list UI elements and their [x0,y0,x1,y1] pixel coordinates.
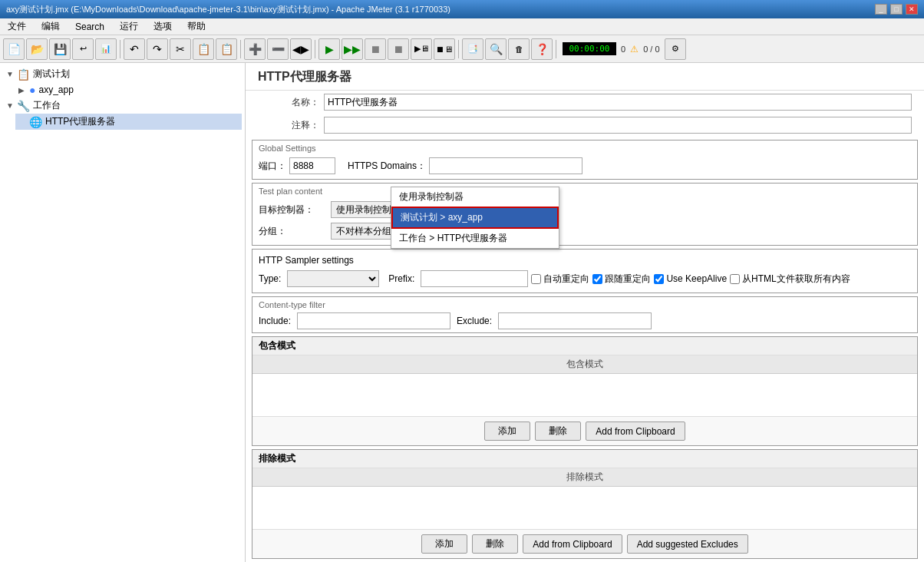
exclude-clipboard-button[interactable]: Add from Clipboard [523,534,622,554]
follow-redirect-checkbox[interactable] [592,274,602,284]
checkbox-keepalive: Use KeepAlive [654,273,727,284]
tb-remote-start-button[interactable]: ▶🖥 [411,38,432,60]
tpc-title: Test plan content [259,187,911,196]
sidebar-item-axy-app[interactable]: ▶ ● axy_app [15,82,242,98]
dropdown-item-2[interactable]: 工作台 > HTTP代理服务器 [391,229,559,248]
sidebar-item-test-plan[interactable]: ▼ 📋 测试计划 [3,66,242,82]
comment-input[interactable] [324,117,912,134]
https-domains-input[interactable] [429,157,582,174]
include-table-header: 包含模式 [252,355,917,374]
window-controls: _ □ ✕ [875,4,918,15]
http-sampler-label: HTTP Sampler settings [259,255,354,266]
exclude-label: Exclude: [457,316,492,326]
exclude-patterns-title: 排除模式 [252,450,917,468]
tb-remove-button[interactable]: ➖ [267,38,289,60]
close-button[interactable]: ✕ [906,4,918,15]
tree-expand-workbench-icon: ▼ [6,101,17,110]
maximize-button[interactable]: □ [890,4,903,15]
include-input[interactable] [297,312,450,329]
html-embed-checkbox[interactable] [730,274,740,284]
include-delete-button[interactable]: 删除 [535,422,581,441]
menu-run[interactable]: 运行 [115,18,143,35]
exclude-table-header: 排除模式 [252,468,917,487]
exclude-delete-button[interactable]: 删除 [472,534,518,554]
toolbar-separator-3 [315,40,315,58]
tb-remote-stop-button[interactable]: ⏹🖥 [434,38,455,60]
toolbar-separator-1 [120,40,120,58]
http-sampler-controls-row: Type: Prefix: 自动重定向 跟随重定向 Use KeepAlive [259,268,911,289]
prefix-label: Prefix: [388,273,414,284]
tb-run-button[interactable]: ▶ [318,38,340,60]
ctype-title: Content-type filter [259,300,911,309]
tb-counter1: 0 [618,45,629,54]
tb-stop2-button[interactable]: ⏹ [388,38,409,60]
auto-redirect-checkbox[interactable] [531,274,541,284]
checkbox-html-embed: 从HTML文件获取所有内容 [730,273,850,286]
comment-row: 注释： [246,114,924,137]
tb-save-button[interactable]: 💾 [49,38,71,60]
title-bar: axy测试计划.jmx (E:\MyDownloads\Download\apa… [0,0,924,18]
menu-help[interactable]: 帮助 [183,18,210,35]
sidebar-item-workbench[interactable]: ▼ 🔧 工作台 [3,98,242,114]
minimize-button[interactable]: _ [875,4,887,15]
menu-file[interactable]: 文件 [3,18,31,35]
type-label: Type: [259,273,281,284]
exclude-add-button[interactable]: 添加 [421,534,467,554]
keepalive-label: Use KeepAlive [666,273,727,284]
exclude-suggested-button[interactable]: Add suggested Excludes [627,534,748,554]
html-embed-label: 从HTML文件获取所有内容 [742,273,850,286]
include-label: Include: [259,316,291,326]
keepalive-checkbox[interactable] [654,274,664,284]
include-patterns-box: 包含模式 包含模式 添加 删除 Add from Clipboard [252,336,918,446]
include-add-button[interactable]: 添加 [484,422,530,441]
name-input[interactable] [324,94,912,111]
ctype-row: Include: Exclude: [259,312,911,329]
prefix-input[interactable] [421,270,528,287]
menu-search[interactable]: Search [71,20,109,34]
tb-config-button[interactable]: ⚙ [665,38,686,60]
tree-expand-icon: ▼ [6,70,17,78]
port-input[interactable] [289,157,335,174]
menu-options[interactable]: 选项 [149,18,177,35]
workbench-children: 🌐 HTTP代理服务器 [15,114,242,130]
exclude-input[interactable] [498,312,652,329]
tb-copy-button[interactable]: 📋 [193,38,214,60]
tb-stop-button[interactable]: ⏹ [365,38,386,60]
sidebar: ▼ 📋 测试计划 ▶ ● axy_app ▼ 🔧 工作台 🌐 HTTP代理服务器 [0,63,246,562]
title-text: axy测试计划.jmx (E:\MyDownloads\Download\apa… [6,4,450,15]
tb-redo-button[interactable]: ↷ [147,38,168,60]
sidebar-item-http-proxy[interactable]: 🌐 HTTP代理服务器 [15,114,242,130]
tb-revert-button[interactable]: ↩ [72,38,94,60]
tb-nav-button[interactable]: ◀▶ [290,38,312,60]
name-row: 名称： [246,91,924,114]
tb-paste-button[interactable]: 📋 [216,38,237,60]
http-sampler-row: HTTP Sampler settings [259,253,911,268]
toolbar: 📄 📂 💾 ↩ 📊 ↶ ↷ ✂ 📋 📋 ➕ ➖ ◀▶ ▶ ▶▶ ⏹ ⏹ ▶🖥 ⏹… [0,35,924,63]
dropdown-item-0[interactable]: 使用录制控制器 [391,187,559,207]
menu-edit[interactable]: 编辑 [37,18,64,35]
include-clipboard-button[interactable]: Add from Clipboard [586,422,685,441]
tb-templates-button[interactable]: 📑 [462,38,483,60]
tb-export-button[interactable]: 📊 [95,38,117,60]
tb-new-button[interactable]: 📄 [3,38,25,60]
toolbar-separator-5 [556,40,556,58]
tb-help-button[interactable]: ❓ [531,38,553,60]
dropdown-item-1[interactable]: 测试计划 > axy_app [391,207,559,229]
tb-clear-button[interactable]: 🗑 [508,38,530,60]
tb-add-button[interactable]: ➕ [244,38,266,60]
menu-bar: 文件 编辑 Search 运行 选项 帮助 [0,18,924,35]
tb-run-no-pause-button[interactable]: ▶▶ [342,38,363,60]
http-proxy-label: HTTP代理服务器 [45,115,115,128]
test-plan-icon: 📋 [17,68,30,81]
tb-cut-button[interactable]: ✂ [170,38,191,60]
tb-undo-button[interactable]: ↶ [124,38,145,60]
http-proxy-icon: 🌐 [29,116,42,128]
type-select[interactable] [287,270,379,287]
exclude-pattern-buttons: 添加 删除 Add from Clipboard Add suggested E… [252,529,917,558]
tb-search-button[interactable]: 🔍 [485,38,507,60]
tb-counter2: 0 / 0 [640,45,662,54]
exclude-patterns-box: 排除模式 排除模式 添加 删除 Add from Clipboard Add s… [252,449,918,559]
grouping-label: 分组： [259,225,328,238]
tb-open-button[interactable]: 📂 [26,38,48,60]
port-label: 端口： [259,160,286,173]
